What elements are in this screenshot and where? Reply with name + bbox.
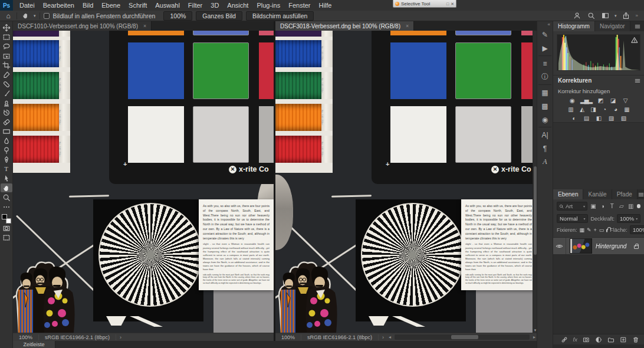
lasso-tool[interactable]: [1, 42, 12, 51]
adjustment-color-lookup-icon[interactable]: ▦: [623, 106, 631, 113]
glyphs-panel-icon[interactable]: A: [538, 155, 552, 169]
foreground-color-swatch[interactable]: [2, 214, 7, 219]
move-tool[interactable]: [1, 23, 12, 32]
filter-shape-layers-icon[interactable]: ▱: [618, 203, 625, 209]
menu-bild[interactable]: Bild: [78, 0, 97, 11]
hand-tool-icon[interactable]: [21, 12, 30, 20]
menu-fenster[interactable]: Fenster: [284, 0, 314, 11]
lock-position-icon[interactable]: +: [594, 227, 597, 233]
properties-icon[interactable]: ≡: [538, 57, 552, 70]
paragraph-panel-icon[interactable]: ¶: [538, 142, 552, 155]
adjustment-brightness-contrast-icon[interactable]: ◉: [568, 97, 576, 104]
edit-toolbar-icon[interactable]: [1, 202, 12, 211]
adjustment-invert-icon[interactable]: ◐: [570, 114, 578, 122]
add-adjustment-icon[interactable]: [595, 336, 602, 343]
home-icon[interactable]: ⌂: [4, 12, 13, 20]
scrollbar-thumb[interactable]: [451, 335, 478, 339]
document-tab-dscf1010[interactable]: DSCF1010-Verbessert.dng bei 100% (RGB/8)…: [13, 21, 152, 31]
object-selection-tool[interactable]: [1, 51, 12, 60]
adjustment-exposure-icon[interactable]: ◪: [609, 97, 617, 104]
screen-mode[interactable]: [1, 233, 12, 242]
workspace-icon[interactable]: [600, 12, 610, 20]
actions-icon[interactable]: ▶: [538, 41, 552, 55]
opacity-select[interactable]: 100%: [617, 214, 640, 223]
menu-hilfe[interactable]: Hilfe: [314, 0, 336, 11]
share-icon[interactable]: [622, 12, 631, 20]
path-selection-tool[interactable]: [1, 174, 12, 183]
chevron-down-icon[interactable]: ▾: [615, 14, 617, 18]
adjustment-hue-saturation-icon[interactable]: ▥: [567, 106, 575, 113]
layer-filter-select[interactable]: Art: [557, 202, 587, 211]
tab-ebenen[interactable]: Ebenen: [553, 189, 583, 199]
account-icon[interactable]: [572, 12, 581, 20]
zoom-100-button[interactable]: 100%: [163, 11, 192, 21]
gradient-tool[interactable]: [1, 127, 12, 136]
blend-mode-select[interactable]: Normal: [557, 214, 588, 223]
tab-pfade[interactable]: Pfade: [612, 189, 638, 199]
expand-panels-icon[interactable]: «: [546, 21, 553, 28]
menu-3d[interactable]: 3D: [206, 0, 223, 11]
lock-artboard-icon[interactable]: ▭: [599, 227, 604, 233]
panel-menu-icon[interactable]: [634, 21, 644, 31]
layer-row-hintergrund[interactable]: Hintergrund: [553, 237, 644, 255]
filter-pixel-layers-icon[interactable]: ▣: [590, 203, 597, 209]
new-layer-icon[interactable]: [620, 336, 627, 343]
menu-ansicht[interactable]: Ansicht: [223, 0, 252, 11]
eyedropper-tool[interactable]: [1, 70, 12, 79]
selective-tool-window[interactable]: Selective Tool □ ✕: [393, 0, 456, 8]
adjustment-channel-mixer-icon[interactable]: ◕: [612, 106, 620, 113]
filter-type-layers-icon[interactable]: T: [609, 203, 616, 209]
character-panel-icon[interactable]: A|: [538, 128, 552, 142]
swatches-icon[interactable]: ▦: [538, 86, 552, 99]
adjustment-curves-icon[interactable]: ◩: [596, 97, 604, 104]
lock-transparency-icon[interactable]: ▦: [580, 227, 585, 233]
menu-bearbeiten[interactable]: Bearbeiten: [39, 0, 78, 11]
adjustment-threshold-icon[interactable]: ◧: [594, 114, 603, 122]
horizontal-scrollbar[interactable]: [395, 334, 530, 340]
adjustment-levels-icon[interactable]: ▂▅▂: [580, 97, 592, 104]
foreground-background-colors[interactable]: [2, 214, 11, 224]
layer-visibility-toggle[interactable]: [553, 238, 566, 254]
crop-tool[interactable]: [1, 61, 12, 70]
status-chevron-icon[interactable]: ›: [379, 334, 387, 340]
vertical-scrollbar[interactable]: ▼: [533, 31, 537, 333]
new-group-icon[interactable]: [607, 336, 615, 343]
brush-settings-icon[interactable]: ✎: [538, 28, 552, 41]
close-icon[interactable]: ×: [406, 23, 409, 29]
chevron-down-icon[interactable]: ▾: [34, 14, 36, 18]
fill-screen-button[interactable]: Bildschirm ausfüllen: [246, 11, 314, 21]
pen-tool[interactable]: [1, 155, 12, 164]
adjustments-panel-header[interactable]: Korrekturen: [553, 75, 644, 86]
menu-datei[interactable]: Datei: [15, 0, 39, 11]
quick-mask-mode[interactable]: [1, 224, 12, 232]
adjustment-posterize-icon[interactable]: ▤: [582, 114, 590, 122]
layer-thumbnail[interactable]: [570, 238, 592, 254]
close-button[interactable]: ✕: [451, 2, 454, 6]
hand-tool[interactable]: [1, 183, 12, 192]
scroll-all-windows-checkbox[interactable]: [44, 13, 50, 19]
fit-screen-button[interactable]: Ganzes Bild: [196, 11, 242, 21]
document-tab-dscf3018[interactable]: DSCF3018-Verbessert.dng bei 100% (RGB/8)…: [275, 21, 414, 31]
adjustment-black-white-icon[interactable]: ◨: [589, 106, 597, 113]
delete-layer-icon[interactable]: [632, 336, 639, 343]
status-chevron-icon[interactable]: ›: [116, 334, 125, 340]
canvas-dscf1010[interactable]: No. 100 150m No. 100 150m No. 100 150m N…: [13, 31, 274, 333]
adjustment-color-balance-icon[interactable]: ◭: [578, 106, 586, 113]
menu-schrift[interactable]: Schrift: [124, 0, 151, 11]
add-mask-icon[interactable]: [583, 336, 590, 343]
clone-source-icon[interactable]: ◉: [538, 113, 552, 126]
filter-smart-objects-icon[interactable]: ▥: [627, 203, 635, 209]
tab-kanaele[interactable]: Kanäle: [583, 189, 612, 199]
overflow-icon[interactable]: »: [636, 13, 638, 18]
scroll-right-icon[interactable]: ▸: [532, 334, 537, 340]
filter-adjustment-layers-icon[interactable]: ◑: [599, 203, 606, 209]
type-tool[interactable]: T: [1, 165, 12, 173]
menu-ebene[interactable]: Ebene: [97, 0, 124, 11]
scroll-left-icon[interactable]: ◂: [387, 334, 392, 340]
lock-pixels-icon[interactable]: ✎: [587, 227, 592, 233]
patterns-icon[interactable]: ▩: [538, 99, 552, 113]
lock-all-icon[interactable]: [606, 229, 607, 232]
tab-histogramm[interactable]: Histogramm: [553, 21, 595, 31]
menu-auswahl[interactable]: Auswahl: [151, 0, 184, 11]
info-icon[interactable]: ⓘ: [538, 70, 552, 84]
